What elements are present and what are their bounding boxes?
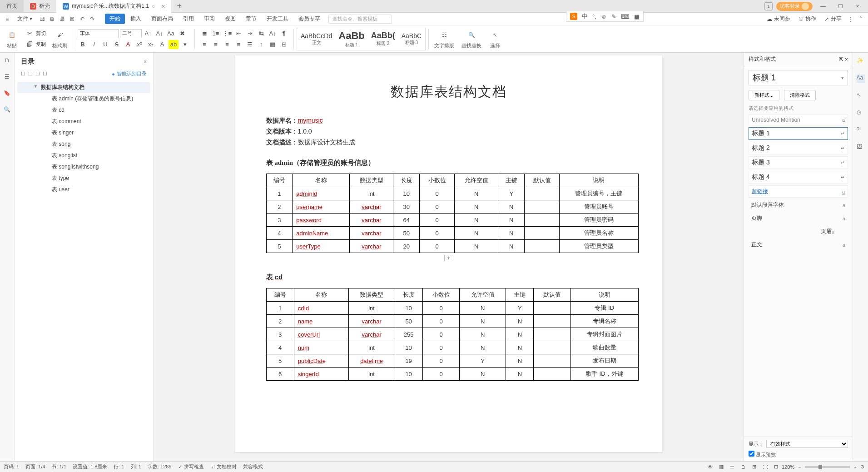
status-page-no[interactable]: 页码: 1 [4, 463, 19, 470]
format-painter[interactable]: 🖌格式刷 [50, 28, 70, 50]
zoom-in-button[interactable]: + [854, 464, 857, 470]
bold-button[interactable]: B [78, 40, 88, 49]
view-mode-icon[interactable]: 👁 [708, 464, 713, 470]
pin-panel-icon[interactable]: ⇱ [839, 56, 843, 63]
fullscreen-icon[interactable]: ⛶ [763, 464, 768, 470]
file-menu[interactable]: 文件 ▾ [13, 14, 37, 24]
status-compat[interactable]: 兼容模式 [243, 463, 263, 470]
status-col[interactable]: 列: 1 [131, 463, 141, 470]
status-proof[interactable]: ☑ 文档校对 [210, 463, 237, 470]
ime-emoji-icon[interactable]: ☺ [601, 13, 607, 20]
outline-item[interactable]: 表 admin (存储管理员的账号信息) [17, 93, 150, 104]
style-item[interactable]: 标题 3↵ [749, 156, 848, 169]
font-dialog-icon[interactable]: ▾ [180, 40, 190, 49]
ime-toolbar[interactable]: S 中 °, ☺ ✎ ⌨ ▦ [566, 11, 644, 22]
status-section[interactable]: 节: 1/1 [52, 463, 66, 470]
change-case-icon[interactable]: Aa [166, 29, 176, 38]
outline-tool-2[interactable]: ☐ [28, 71, 33, 77]
outline-root[interactable]: 数据库表结构文档 [17, 82, 150, 93]
bookmark-icon[interactable]: 🔖 [3, 89, 11, 97]
maximize-button[interactable]: ☐ [833, 1, 847, 12]
find-replace-button[interactable]: 🔍查找替换 [459, 28, 484, 50]
numbering-icon[interactable]: 1≡ [211, 29, 221, 38]
menu-item[interactable]: 会员专享 [294, 14, 325, 24]
outline-item[interactable]: 表 cd [17, 104, 150, 116]
tab-shell[interactable]: D 稻壳 [24, 0, 56, 13]
more-menu-icon[interactable]: ⋮ [846, 15, 855, 24]
distribute-icon[interactable]: ☰ [245, 40, 255, 49]
copy-button[interactable]: 🗐 [25, 40, 35, 49]
font-size-select[interactable]: 二号 [120, 29, 142, 38]
align-right-icon[interactable]: ≡ [222, 40, 232, 49]
font-color-icon[interactable]: A [123, 40, 133, 49]
print-preview-icon[interactable]: 🗎 [48, 15, 57, 24]
tabs-icon[interactable]: ↹ [256, 29, 266, 38]
indent-dec-icon[interactable]: ⇤ [233, 29, 243, 38]
close-outline-icon[interactable]: × [144, 59, 147, 65]
layout-print-icon[interactable]: ▦ [719, 464, 724, 470]
collab-button[interactable]: ☉ 协作 [795, 14, 820, 24]
style-item[interactable]: 页脚a [749, 213, 848, 224]
redo-icon[interactable]: ↷ [88, 15, 97, 24]
layout-web-icon[interactable]: 🗋 [741, 464, 746, 470]
status-page[interactable]: 页面: 1/4 [25, 463, 45, 470]
subscript-icon[interactable]: x₂ [146, 40, 156, 49]
menu-item[interactable]: 视图 [220, 14, 240, 24]
menu-item[interactable]: 开发工具 [262, 14, 293, 24]
grow-font-icon[interactable]: A↑ [143, 29, 153, 38]
close-window-button[interactable]: × [851, 1, 864, 12]
style-item[interactable]: 标题 2↵ [749, 142, 848, 154]
ime-lang-icon[interactable]: 中 [582, 12, 588, 20]
export-icon[interactable]: 🖹 [68, 15, 77, 24]
select-tool-icon[interactable]: ↖ [857, 92, 865, 100]
outline-tool-4[interactable]: ☐ [43, 71, 47, 77]
zoom-fit-icon[interactable]: ⊡ [774, 464, 778, 470]
navigator-icon[interactable]: 🗋 [3, 56, 11, 65]
style-gallery[interactable]: AaBbCcDd正文 AaBb标题 1 AaBb(标题 2 AaBbC标题 3 [297, 28, 426, 50]
show-filter-select[interactable]: 有效样式 [766, 440, 848, 448]
status-spell[interactable]: ✓ 拼写检查 [178, 463, 204, 470]
outline-icon[interactable]: ☰ [3, 73, 11, 81]
new-tab-button[interactable]: + [171, 1, 187, 11]
tab-document[interactable]: W mymusic音乐...统数据库文档1.1 ○ × [56, 0, 171, 13]
cut-button[interactable]: ✂ [25, 29, 35, 38]
document-area[interactable]: 数据库表结构文档 数据库名：mymusic 文档版本：1.0.0 文档描述：数据… [154, 53, 744, 461]
style-item[interactable]: 页眉a [749, 226, 848, 237]
align-center-icon[interactable]: ≡ [211, 40, 221, 49]
strike-button[interactable]: S̶ [112, 40, 122, 49]
ime-keyboard-icon[interactable]: ⌨ [621, 13, 630, 20]
shrink-font-icon[interactable]: A↓ [154, 29, 164, 38]
outline-tool-1[interactable]: ☐ [21, 71, 25, 77]
tablet-mode-icon[interactable]: 1 [764, 2, 773, 10]
preview-checkbox[interactable]: 显示预览 [749, 451, 848, 458]
zoom-value[interactable]: 120% [782, 464, 794, 470]
style-item[interactable]: 超链接a [749, 185, 848, 198]
close-panel-icon[interactable]: × [845, 56, 848, 63]
minimize-button[interactable]: — [816, 1, 830, 12]
text-layout-button[interactable]: ☷文字排版 [432, 28, 457, 50]
login-button[interactable]: 访客登录 [776, 2, 813, 11]
text-effect-icon[interactable]: A [157, 40, 167, 49]
layout-outline-icon[interactable]: ⊞ [752, 464, 756, 470]
ime-menu-icon[interactable]: ▦ [634, 13, 640, 20]
select-button[interactable]: ↖选择 [486, 28, 504, 50]
sort-icon[interactable]: A↓ [268, 29, 278, 38]
status-position[interactable]: 设置值: 1.8厘米 [73, 463, 107, 470]
underline-button[interactable]: U [100, 40, 110, 49]
image-tool-icon[interactable]: 🖼 [857, 144, 865, 152]
outline-tool-3[interactable]: ☐ [35, 71, 40, 77]
tab-home[interactable]: 首页 [0, 0, 24, 13]
clock-icon[interactable]: ◷ [857, 109, 865, 117]
outline-item[interactable]: 表 user [17, 184, 150, 195]
status-words[interactable]: 字数: 1289 [148, 463, 172, 470]
app-menu-icon[interactable]: ≡ [3, 15, 12, 24]
style-item[interactable]: 标题 1↵ [749, 127, 848, 140]
menu-item[interactable]: 章节 [241, 14, 261, 24]
paste-group[interactable]: 📋粘贴 [3, 28, 21, 50]
command-search[interactable]: 查找命令、搜索模板 [328, 15, 392, 24]
bullets-icon[interactable]: ≣ [199, 29, 209, 38]
smart-outline-button[interactable]: ●智能识别目录 [112, 70, 147, 77]
add-row-button[interactable]: + [444, 255, 453, 261]
shading-icon[interactable]: ▦ [268, 40, 278, 49]
zoom-slider[interactable] [805, 466, 850, 468]
